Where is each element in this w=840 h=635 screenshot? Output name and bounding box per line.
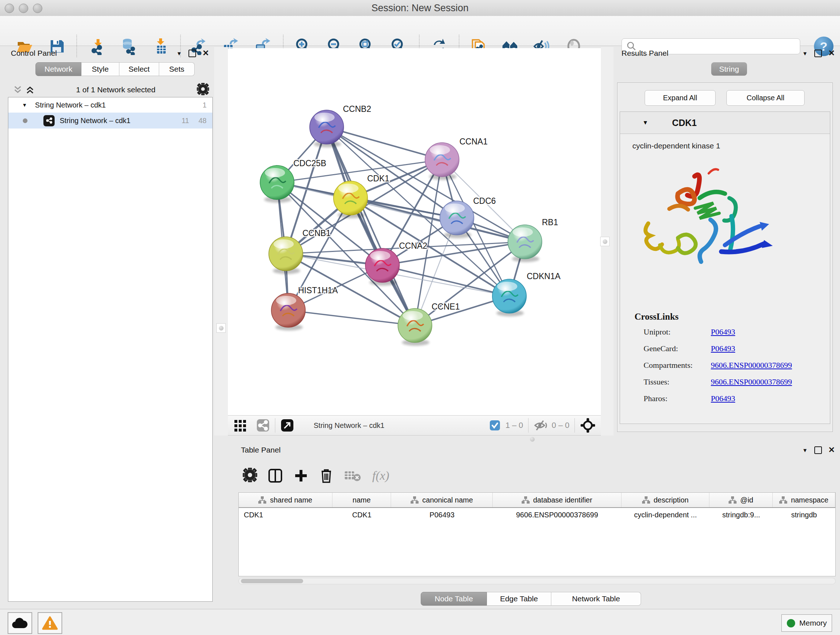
memory-status-icon [787,619,795,627]
panel-collapse-icon[interactable]: ▼ [802,50,808,57]
delete-column-icon[interactable] [319,468,333,484]
warning-button[interactable] [38,612,62,634]
cell-canonical-name[interactable]: P06493 [392,511,493,519]
toolbar-separator [575,418,575,432]
node-CDC25B[interactable] [260,165,294,203]
panel-divider[interactable] [214,47,228,435]
crosslink-row: Tissues:9606.ENSP00000378699 [644,377,821,386]
node-label-RB1: RB1 [542,218,558,227]
crosslink-link[interactable]: 9606.ENSP00000378699 [711,361,792,370]
gene-section-header[interactable]: ▼ CDK1 [620,112,830,134]
horizontal-scrollbar[interactable] [238,578,836,584]
node-RB1[interactable] [508,225,542,262]
node-HIST1H1A[interactable] [271,293,305,331]
main-toolbar: ? [0,16,840,46]
gear-icon[interactable] [243,468,257,484]
column-header-name[interactable]: name [332,493,392,507]
divider-handle[interactable] [216,323,226,333]
cell-namespace[interactable]: stringdb [773,511,835,519]
node-CCNB1[interactable] [269,237,303,274]
node-CCNE1[interactable] [398,309,432,346]
column-header-description[interactable]: description [622,493,710,507]
cell-@id[interactable]: stringdb:9... [709,511,773,519]
network-list-icon[interactable] [256,418,270,432]
fit-content-icon[interactable] [580,417,596,433]
network-canvas[interactable]: CCNB2CCNA1CDC25BCDK1CDC6RB1CCNB1CCNA2CDK… [228,48,601,415]
node-label-CDKN1A: CDKN1A [527,272,561,281]
node-CDC6[interactable] [440,201,474,238]
selection-status: 1 of 1 Network selected [35,86,197,94]
edge-HIST1H1A-CCNE1[interactable] [288,310,415,325]
crosslink-link[interactable]: P06493 [711,327,735,337]
tab-network-table[interactable]: Network Table [551,592,641,606]
selected-checkbox-icon[interactable] [489,420,500,431]
tab-sets[interactable]: Sets [159,62,195,76]
cell-description[interactable]: cyclin-dependent ... [622,511,710,519]
panel-close-icon[interactable]: ✕ [202,49,209,57]
crosslink-link[interactable]: 9606.ENSP00000378699 [711,377,792,386]
birdseye-view-icon[interactable] [280,418,294,432]
grid-view-icon[interactable] [234,418,248,432]
panel-float-icon[interactable] [814,50,822,57]
edge-count: 48 [199,117,207,125]
cloud-button[interactable] [8,612,32,634]
divider-handle[interactable] [600,237,609,246]
column-header-canonical-name[interactable]: canonical name [391,493,493,507]
collapse-all-icon[interactable] [13,85,22,95]
control-panel-header: Control Panel ▼ ✕ [4,47,214,59]
cell-database-identifier[interactable]: 9606.ENSP00000378699 [493,511,622,519]
section-expander-icon[interactable]: ▼ [643,119,648,126]
network-row-selected[interactable]: String Network – cdk1 11 48 [8,112,212,128]
memory-button[interactable]: Memory [782,614,832,632]
gene-name: CDK1 [672,118,697,128]
node-CCNB2[interactable] [309,110,344,147]
collapse-all-button[interactable]: Collapse All [726,90,805,106]
node-CDK1[interactable] [333,181,368,218]
crosslink-link[interactable]: P06493 [711,394,735,403]
network-collection-row[interactable]: ▼ String Network – cdk1 1 [8,97,212,112]
panel-float-icon[interactable] [188,50,196,57]
columns-icon[interactable] [268,468,283,484]
table-row[interactable]: CDK1CDK1P064939606.ENSP00000378699cyclin… [239,508,835,522]
expand-all-icon[interactable] [25,85,35,95]
node-table[interactable]: shared namenamecanonical namedatabase id… [238,492,836,576]
gear-icon[interactable] [197,83,209,97]
tab-style[interactable]: Style [81,62,119,76]
column-header-database-identifier[interactable]: database identifier [493,493,622,507]
node-CDKN1A[interactable] [493,279,526,317]
panel-collapse-icon[interactable]: ▼ [802,447,808,453]
gene-description: cyclin-dependent kinase 1 [632,141,720,150]
tree-expander-icon[interactable]: ▼ [22,102,27,108]
cell-name[interactable]: CDK1 [332,511,392,519]
panel-collapse-icon[interactable]: ▼ [177,50,182,57]
node-label-CDC25B: CDC25B [294,158,326,168]
add-column-icon[interactable] [294,468,309,484]
column-header-namespace[interactable]: namespace [773,493,835,507]
node-label-CCNA2: CCNA2 [399,241,427,250]
cell-shared-name[interactable]: CDK1 [239,511,332,519]
node-label-CCNA1: CCNA1 [459,137,488,146]
table-panel-header: Table Panel ▼ ✕ [234,444,840,456]
hidden-eye-icon [534,420,548,431]
tab-edge-table[interactable]: Edge Table [487,592,551,606]
scrollbar-thumb[interactable] [241,579,303,583]
column-header-@id[interactable]: @id [709,493,773,507]
edge-CCNA2-CDKN1A[interactable] [382,265,509,296]
column-header-shared-name[interactable]: shared name [239,493,332,507]
tab-string[interactable]: String [711,62,747,76]
expand-all-button[interactable]: Expand All [645,90,715,106]
tab-node-table[interactable]: Node Table [421,592,487,606]
panel-close-icon[interactable]: ✕ [829,446,835,454]
edge-CCNB2-CCNE1[interactable] [327,127,415,325]
node-CCNA1[interactable] [425,143,459,180]
tab-select[interactable]: Select [119,62,159,76]
tab-network[interactable]: Network [35,62,81,76]
divider-handle[interactable] [530,437,535,442]
shared-column-icon [411,496,418,504]
crosslink-label: Compartments: [644,361,711,370]
panel-close-icon[interactable]: ✕ [829,49,835,57]
control-panel-title: Control Panel [11,49,57,57]
crosslink-link[interactable]: P06493 [711,344,735,353]
panel-float-icon[interactable] [814,447,822,454]
status-bar: Memory [0,609,840,635]
